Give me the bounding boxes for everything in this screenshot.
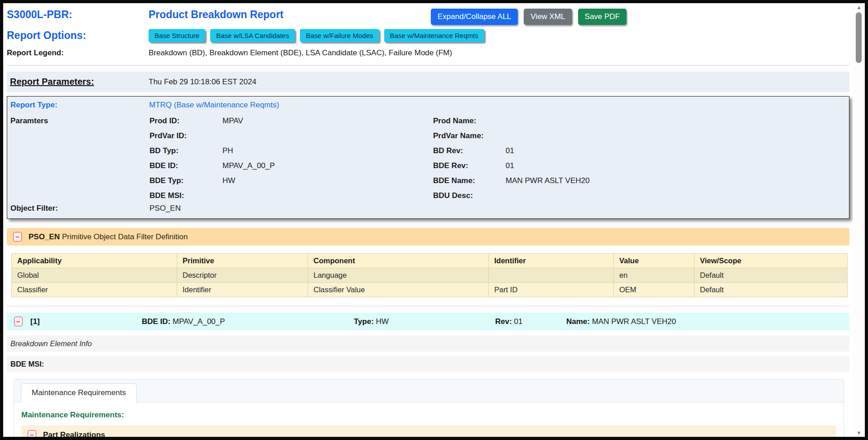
bde-type-value: HW (376, 317, 389, 326)
bde-id-value: MPAV_A_00_P (173, 317, 225, 326)
column-header: Applicability (12, 254, 177, 268)
scroll-up-icon[interactable]: ▲ (853, 5, 865, 10)
collapse-toggle-icon[interactable]: − (13, 232, 22, 242)
collapse-toggle-icon[interactable]: − (28, 430, 36, 437)
bde-detail-card: Maintenance Requirements Maintenance Req… (14, 379, 844, 437)
filter-code: PSO_EN (29, 232, 60, 241)
table-cell: Classifier (12, 283, 177, 297)
table-cell: OEM (614, 283, 694, 297)
collapse-toggle-icon[interactable]: − (14, 317, 23, 326)
bde-msi-label: BDE MSI: (7, 356, 849, 372)
divider (7, 306, 849, 306)
table-header-row: Applicability Primitive Component Identi… (12, 254, 848, 268)
bde-name-value: MAN PWR ASLT VEH20 (592, 317, 676, 326)
table-cell: Descriptor (177, 268, 308, 283)
bde-rev-label: Rev: (495, 317, 512, 326)
header-bar: S3000L-PBR: Product Breakdown Report Exp… (7, 9, 849, 25)
param-label: BDE Name: (433, 173, 506, 188)
report-parameters-heading: Report Parameters: (10, 77, 149, 87)
param-label: BD Rev: (433, 143, 506, 158)
parameters-label: Paramters (10, 113, 149, 128)
table-cell: Default (694, 283, 848, 297)
filter-definition-title: PSO_EN Primitive Object Data Filter Defi… (29, 232, 188, 242)
table-cell: Identifier (177, 283, 308, 297)
param-label: BD Typ: (149, 143, 222, 158)
vertical-scrollbar[interactable]: ▲ ▼ (853, 3, 865, 437)
param-label: BDE ID: (149, 158, 222, 173)
param-label: Prod Name: (433, 113, 506, 128)
bde-type-label: Type: (354, 317, 374, 326)
report-type-value[interactable]: MTRQ (Base w/Maintenance Reqmts) (149, 101, 279, 110)
report-type-row: Report Type: MTRQ (Base w/Maintenance Re… (10, 101, 849, 110)
param-value (222, 128, 433, 143)
param-value: HW (222, 173, 433, 188)
base-structure-button[interactable]: Base Structure (149, 29, 205, 42)
param-label: BDE MSI: (149, 188, 222, 203)
bde-section-header: − [1] BDE ID: MPAV_A_00_P Type: HW Rev: … (7, 313, 849, 330)
app-title: S3000L-PBR: (7, 9, 149, 21)
maintenance-requirements-heading: Maintenance Requirements: (21, 411, 836, 420)
object-filter-value: PSO_EN (149, 204, 181, 213)
tab-bar: Maintenance Requirements (14, 379, 844, 402)
scroll-down-icon[interactable]: ▼ (853, 430, 865, 435)
report-legend-value: Breakdown (BD), Breakdown Element (BDE),… (149, 48, 452, 58)
bde-name-field: Name: MAN PWR ASLT VEH20 (566, 317, 849, 326)
table-cell: Default (694, 268, 848, 283)
table-cell: Classifier Value (308, 283, 489, 297)
param-value: 01 (506, 143, 849, 158)
base-failure-modes-button[interactable]: Base w/Failure Modes (300, 29, 379, 42)
param-value (506, 128, 849, 143)
column-header: Component (308, 254, 489, 268)
part-realizations-title: Part Realizations (43, 430, 105, 437)
report-options-label: Report Options: (7, 29, 149, 42)
base-maintenance-reqmts-button[interactable]: Base w/Maintenance Reqmts (384, 29, 484, 42)
table-cell (489, 268, 614, 283)
report-page: S3000L-PBR: Product Breakdown Report Exp… (3, 3, 853, 437)
filter-title-text: Primitive Object Data Filter Definition (62, 232, 188, 241)
column-header: Primitive (177, 254, 308, 268)
tab-maintenance-requirements[interactable]: Maintenance Requirements (21, 383, 137, 402)
report-parameters-band: Report Parameters: Thu Feb 29 10:18:06 E… (7, 72, 849, 92)
bde-rev-value: 01 (514, 317, 523, 326)
column-header: Value (614, 254, 694, 268)
base-lsa-candidates-button[interactable]: Base w/LSA Candidates (210, 29, 295, 42)
param-label: BDU Desc: (433, 188, 506, 203)
param-value: MPAV_A_00_P (222, 158, 433, 173)
bde-name-label: Name: (566, 317, 590, 326)
column-header: Identifier (489, 254, 614, 268)
breakdown-element-info-label: Breakdown Element Info (7, 336, 849, 352)
save-pdf-button[interactable]: Save PDF (578, 9, 627, 25)
divider (7, 65, 849, 66)
filter-definition-header: − PSO_EN Primitive Object Data Filter De… (7, 228, 849, 246)
param-value: 01 (506, 158, 849, 173)
column-header: View/Scope (694, 254, 848, 268)
bde-id-label: BDE ID: (142, 317, 170, 326)
param-value (506, 188, 849, 203)
table-cell: Global (12, 268, 177, 283)
expand-collapse-all-button[interactable]: Expand/Collapse ALL (431, 9, 518, 25)
table-cell: Part ID (489, 283, 614, 297)
report-timestamp: Thu Feb 29 10:18:06 EST 2024 (149, 77, 256, 87)
param-value (506, 113, 849, 128)
bde-id-field: BDE ID: MPAV_A_00_P (142, 317, 354, 326)
table-cell: en (614, 268, 694, 283)
filter-definition-table: Applicability Primitive Component Identi… (11, 253, 848, 297)
part-realizations-header: − Part Realizations (21, 425, 836, 437)
param-label: BDE Rev: (433, 158, 506, 173)
table-row: Global Descriptor Language en Default (12, 268, 848, 283)
table-cell: Language (308, 268, 489, 283)
param-value (222, 188, 433, 203)
object-filter-label: Object Filter: (10, 204, 149, 213)
scrollbar-thumb[interactable] (856, 12, 862, 63)
param-value: MAN PWR ASLT VEH20 (506, 173, 849, 188)
param-label: Prod ID: (149, 113, 222, 128)
report-legend-label: Report Legend: (7, 48, 149, 58)
page-title: Product Breakdown Report (149, 9, 284, 21)
report-option-buttons: Base Structure Base w/LSA Candidates Bas… (149, 29, 484, 42)
table-row: Classifier Identifier Classifier Value P… (12, 283, 848, 297)
bde-index: [1] (30, 317, 142, 326)
report-legend-row: Report Legend: Breakdown (BD), Breakdown… (7, 48, 849, 58)
report-options-bar: Report Options: Base Structure Base w/LS… (7, 29, 849, 42)
bde-type-field: Type: HW (354, 317, 495, 326)
view-xml-button[interactable]: View XML (524, 9, 572, 25)
